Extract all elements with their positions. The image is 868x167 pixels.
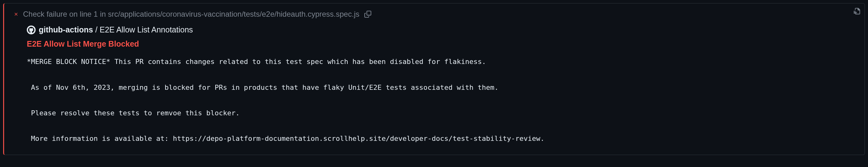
notice-body: *MERGE BLOCK NOTICE* This PR contains ch… (27, 56, 856, 145)
notice-line: *MERGE BLOCK NOTICE* This PR contains ch… (27, 58, 486, 66)
github-logo-icon (27, 26, 36, 34)
error-title: E2E Allow List Merge Blocked (27, 39, 856, 48)
check-failure-text: Check failure on line 1 in src/applicati… (23, 9, 359, 19)
notice-line: Please resolve these tests to remvoe thi… (27, 109, 240, 117)
notice-line: As of Nov 6th, 2023, merging is blocked … (27, 84, 499, 91)
annotation-header: Check failure on line 1 in src/applicati… (13, 9, 856, 19)
go-to-file-icon[interactable] (853, 8, 860, 15)
check-name: E2E Allow List Annotations (100, 25, 193, 34)
x-failure-icon (13, 12, 19, 17)
annotation-title-row: github-actions / E2E Allow List Annotati… (27, 25, 856, 34)
copy-path-button[interactable] (364, 10, 372, 18)
app-name: github-actions (39, 25, 93, 34)
check-title: github-actions / E2E Allow List Annotati… (39, 25, 193, 34)
annotation-body: github-actions / E2E Allow List Annotati… (13, 25, 856, 145)
notice-line: More information is available at: https:… (27, 135, 544, 142)
check-annotation: Check failure on line 1 in src/applicati… (3, 3, 865, 155)
